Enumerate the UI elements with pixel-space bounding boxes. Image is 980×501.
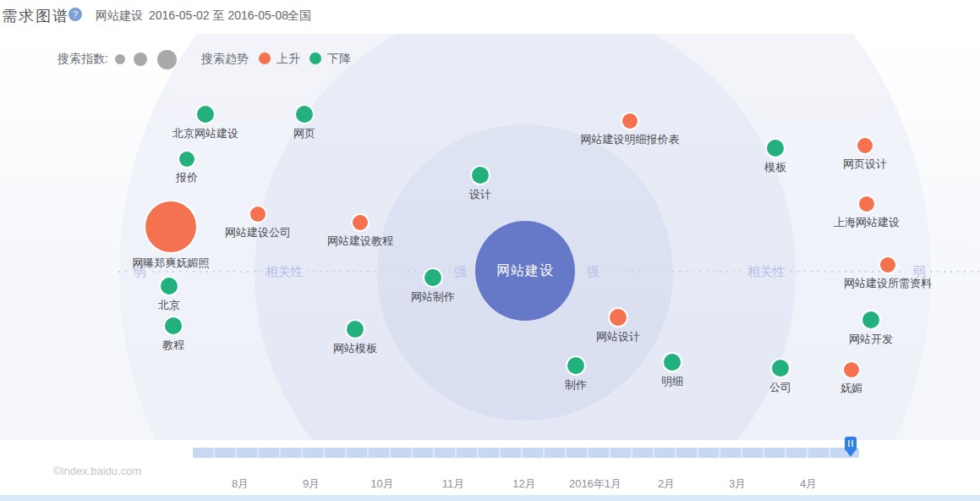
timeline-slider-handle[interactable] (845, 437, 857, 458)
rise-trend-icon (259, 52, 271, 64)
center-keyword-label: 网站建设 (496, 262, 554, 280)
axis-strong-left: 强 (454, 264, 467, 280)
falling-keyword-bubble[interactable] (862, 311, 879, 328)
timeline-month-label: 10月 (370, 476, 393, 492)
falling-keyword-bubble[interactable] (161, 278, 178, 295)
next-section-edge (0, 495, 980, 501)
falling-keyword-bubble[interactable] (424, 269, 441, 286)
falling-keyword-bubble[interactable] (347, 321, 364, 338)
graph-node: 制作 (567, 357, 584, 374)
header-keyword: 网站建设 (96, 8, 143, 24)
bubble-label: 报价 (176, 170, 198, 185)
timeline-month-label: 9月 (303, 476, 320, 492)
bubble-label: 公司 (769, 380, 791, 395)
rising-keyword-bubble[interactable] (880, 257, 895, 273)
rising-keyword-bubble[interactable] (145, 201, 196, 252)
rising-keyword-bubble[interactable] (622, 113, 638, 129)
graph-node: 网页 (296, 106, 313, 123)
graph-node: 设计 (472, 167, 489, 184)
demand-map-chart: 弱 相关性 强 强 相关性 弱 北京网站建设网页报价网站建设明细报价表模板网页设… (0, 34, 980, 440)
graph-node: 模板 (767, 140, 784, 157)
timeline-month-label: 12月 (512, 476, 535, 492)
rising-keyword-bubble[interactable] (859, 196, 874, 212)
bubble-label: 北京网站建设 (172, 126, 238, 141)
slider-grip-icon (848, 440, 850, 447)
center-keyword-bubble[interactable]: 网站建设 (475, 221, 575, 321)
graph-node: 北京网站建设 (197, 106, 214, 123)
graph-node: 妩媚 (844, 362, 859, 377)
demand-map-panel: 需求图谱 ? 网站建设 2016-05-02 至 2016-05-08 全国 弱… (0, 0, 980, 501)
falling-keyword-bubble[interactable] (296, 106, 313, 123)
bubble-label: 网站建设明细报价表 (581, 132, 680, 147)
watermark: ©index.baidu.com (53, 465, 141, 477)
falling-keyword-bubble[interactable] (165, 317, 182, 334)
graph-node: 网站建设明细报价表 (622, 113, 638, 129)
axis-dots (118, 271, 129, 273)
timeline-month-label: 8月 (232, 476, 249, 492)
timeline-month-label: 11月 (442, 476, 465, 492)
legend-trend-label: 搜索趋势 (201, 52, 249, 67)
slider-cap (845, 437, 857, 451)
fall-trend-icon (309, 52, 321, 64)
falling-keyword-bubble[interactable] (772, 360, 789, 377)
graph-node: 网站建设所需资料 (880, 257, 895, 273)
legend-index-label: 搜索指数: (57, 52, 108, 67)
bubble-label: 制作 (565, 377, 587, 393)
bubble-label: 网站设计 (596, 329, 640, 344)
index-size-large-icon (157, 50, 177, 69)
bubble-label: 网站开发 (849, 332, 893, 347)
falling-keyword-bubble[interactable] (567, 357, 584, 374)
graph-node: 报价 (179, 151, 194, 167)
timeline-month-label: 3月 (729, 476, 746, 492)
graph-node: 教程 (165, 317, 182, 334)
graph-node: 网站制作 (424, 269, 441, 286)
header: 需求图谱 ? 网站建设 2016-05-02 至 2016-05-08 全国 (0, 0, 980, 34)
index-size-small-icon (115, 54, 125, 64)
graph-node: 网站设计 (610, 309, 627, 326)
timeline-track[interactable] (193, 448, 859, 458)
falling-keyword-bubble[interactable] (664, 354, 681, 371)
bubble-label: 设计 (469, 187, 491, 202)
bubble-label: 网曝郑爽妩媚照 (133, 256, 210, 271)
graph-node: 网站开发 (862, 311, 879, 328)
index-size-medium-icon (134, 52, 147, 66)
rising-keyword-bubble[interactable] (844, 362, 859, 377)
rising-keyword-bubble[interactable] (610, 309, 627, 326)
bubble-label: 模板 (764, 160, 786, 175)
falling-keyword-bubble[interactable] (767, 140, 784, 157)
bubble-label: 网站建设所需资料 (844, 276, 932, 291)
axis-relevance-left: 相关性 (266, 264, 304, 280)
graph-node: 网站建设教程 (353, 215, 368, 230)
timeline-month-label: 2016年1月 (569, 476, 621, 492)
bubble-label: 网站制作 (411, 289, 455, 305)
legend: 搜索指数: 搜索趋势 上升 下降 (0, 49, 980, 69)
graph-node: 上海网站建设 (859, 196, 874, 212)
bubble-label: 北京 (158, 298, 180, 313)
timeline-month-label: 2月 (658, 476, 675, 492)
falling-keyword-bubble[interactable] (472, 167, 489, 184)
graph-node: 北京 (161, 278, 178, 295)
axis-dots (605, 271, 744, 273)
help-icon[interactable]: ? (68, 8, 82, 21)
bubble-label: 网站建设公司 (225, 225, 291, 240)
legend-rise-label: 上升 (276, 52, 300, 67)
falling-keyword-bubble[interactable] (179, 151, 194, 167)
bubble-label: 网页 (293, 126, 315, 141)
axis-relevance-right: 相关性 (747, 264, 786, 280)
bubble-label: 网站建设教程 (327, 234, 393, 249)
rising-keyword-bubble[interactable] (857, 138, 873, 153)
header-date-range: 2016-05-02 至 2016-05-08 (149, 8, 288, 24)
rising-keyword-bubble[interactable] (250, 206, 266, 222)
slider-pointer-icon (846, 451, 855, 457)
page-title: 需求图谱 (2, 6, 69, 26)
graph-node: 明细 (664, 354, 681, 371)
graph-node: 网曝郑爽妩媚照 (145, 201, 196, 252)
rising-keyword-bubble[interactable] (353, 215, 368, 230)
graph-node: 公司 (772, 360, 789, 377)
graph-node: 网站建设公司 (250, 206, 266, 222)
graph-node: 网页设计 (857, 138, 873, 153)
timeline-month-label: 4月 (800, 476, 817, 492)
header-region: 全国 (287, 8, 311, 24)
axis-dots (930, 271, 980, 273)
falling-keyword-bubble[interactable] (197, 106, 214, 123)
